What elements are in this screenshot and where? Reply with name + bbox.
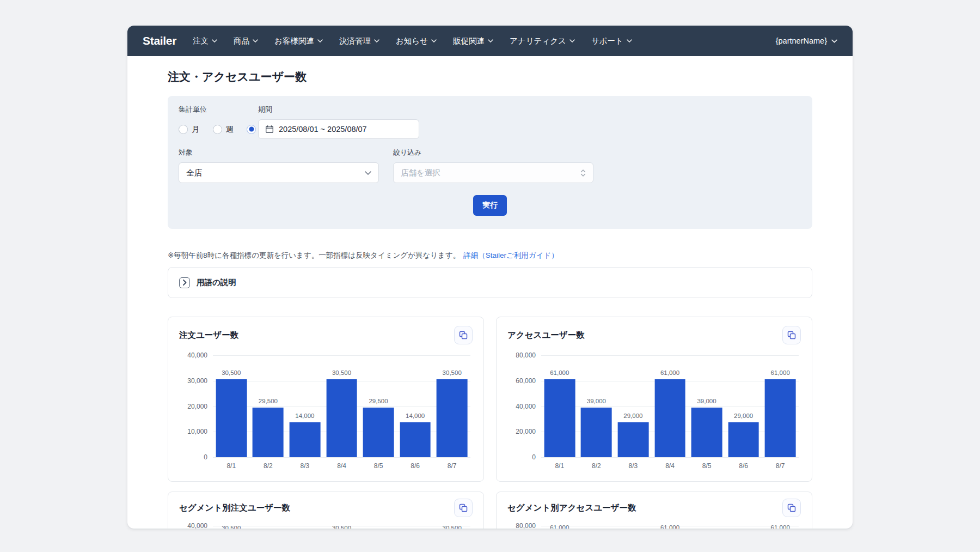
usage-guide-link[interactable]: 詳細（Stailerご利用ガイド）	[463, 251, 559, 259]
nav-item-label: サポート	[591, 36, 623, 46]
y-axis-tick: 10,000	[177, 428, 207, 435]
bar-value-label: 39,000	[697, 398, 716, 404]
bar	[326, 379, 357, 457]
bar	[363, 408, 394, 457]
bar-value-label: 30,500	[222, 369, 241, 376]
chevron-down-icon	[365, 171, 371, 175]
submit-row: 実行	[179, 195, 801, 216]
bar-value-label: 30,500	[332, 369, 351, 376]
card-title: セグメント別アクセスユーザー数	[507, 502, 636, 514]
nav-item-label: 販促関連	[453, 36, 485, 46]
copy-chart-button[interactable]	[782, 499, 801, 517]
x-axis-label: 8/2	[592, 462, 601, 470]
execute-button[interactable]: 実行	[473, 195, 507, 216]
bar	[400, 422, 431, 457]
bar-value-label: 29,000	[623, 413, 642, 419]
period-date-range-input[interactable]: 2025/08/01 ~ 2025/08/07	[258, 119, 419, 139]
unit-label: 集計単位	[179, 105, 244, 114]
radio-label: 週	[226, 124, 234, 135]
bar-value-label: 29,000	[734, 413, 753, 419]
nav-item-news[interactable]: お知らせ	[396, 36, 437, 46]
y-axis-tick: 20,000	[177, 403, 207, 410]
bar	[216, 379, 247, 457]
card-header: セグメント別注文ユーザー数	[179, 499, 473, 517]
gridline	[541, 355, 799, 356]
segment-order-users-chart: 40,00030,00020,00010,000030,5008/129,500…	[179, 526, 473, 529]
glossary-toggle[interactable]: 用語の説明	[168, 267, 812, 298]
x-axis-label: 8/4	[665, 462, 675, 470]
bar-value-label: 30,500	[443, 369, 462, 376]
order-users-card: 注文ユーザー数 40,00030,00020,00010,000030,5008…	[168, 317, 484, 482]
nav-item-customers[interactable]: お客様関連	[274, 36, 323, 46]
radio-label: 月	[192, 124, 200, 135]
nav-item-label: 注文	[193, 36, 209, 46]
x-axis-label: 8/4	[337, 462, 346, 470]
chart-plot: 80,00060,00040,00020,000061,0008/139,000…	[541, 355, 799, 457]
y-axis-tick: 20,000	[505, 428, 536, 435]
page-content: 注文・アクセスユーザー数 集計単位 月 週 日 期間 2025/08/01 ~ …	[127, 69, 853, 529]
target-label: 対象	[179, 148, 379, 157]
nav-menu: 注文 商品 お客様関連 決済管理 お知らせ 販促関連 アナリティクス サポート	[193, 36, 632, 46]
nav-item-label: アナリティクス	[510, 36, 566, 46]
access-users-chart: 80,00060,00040,00020,000061,0008/139,000…	[507, 355, 801, 475]
bar-value-label: 61,000	[550, 524, 569, 529]
nav-item-support[interactable]: サポート	[591, 36, 632, 46]
gridline	[541, 457, 799, 458]
radio-icon	[213, 125, 222, 134]
chevron-down-icon	[431, 39, 437, 43]
nav-item-payments[interactable]: 決済管理	[339, 36, 379, 46]
copy-icon	[787, 503, 797, 513]
chevron-down-icon	[317, 39, 323, 43]
bar	[290, 422, 321, 457]
unit-radio-group: 月 週 日	[179, 119, 244, 139]
target-field: 対象 全店	[179, 148, 379, 183]
radio-icon	[179, 125, 188, 134]
nav-item-promotions[interactable]: 販促関連	[453, 36, 493, 46]
unit-radio-week[interactable]: 週	[213, 124, 234, 135]
card-header: セグメント別アクセスユーザー数	[507, 499, 801, 517]
bar-value-label: 61,000	[660, 369, 679, 376]
x-axis-label: 8/1	[555, 462, 564, 470]
copy-chart-button[interactable]	[782, 326, 801, 344]
bar-value-label: 61,000	[771, 369, 790, 376]
chevron-down-icon	[569, 39, 575, 43]
bar-value-label: 14,000	[406, 413, 425, 419]
copy-chart-button[interactable]	[454, 326, 473, 344]
nav-item-products[interactable]: 商品	[234, 36, 258, 46]
y-axis-tick: 0	[505, 453, 536, 461]
bar-value-label: 29,500	[369, 398, 388, 404]
copy-icon	[458, 330, 468, 340]
period-label: 期間	[258, 105, 419, 114]
x-axis-label: 8/3	[301, 462, 310, 470]
refine-label: 絞り込み	[393, 148, 593, 157]
x-axis-label: 8/3	[629, 462, 638, 470]
nav-item-label: 決済管理	[339, 36, 371, 46]
bar	[544, 379, 575, 457]
bar	[437, 379, 468, 457]
bar-value-label: 29,500	[259, 398, 278, 404]
copy-icon	[787, 330, 797, 340]
bar-value-label: 30,500	[443, 525, 462, 529]
bar-value-label: 30,500	[222, 525, 241, 529]
refine-field: 絞り込み 店舗を選択	[393, 148, 593, 183]
filter-row-1: 集計単位 月 週 日 期間 2025/08/01 ~ 2025/08/07	[179, 105, 801, 139]
charts-row-bottom: セグメント別注文ユーザー数 40,00030,00020,00010,00003…	[168, 492, 812, 529]
nav-item-label: お知らせ	[396, 36, 428, 46]
unit-radio-month[interactable]: 月	[179, 124, 200, 135]
bar	[253, 408, 284, 457]
x-axis-label: 8/5	[374, 462, 383, 470]
order-users-chart: 40,00030,00020,00010,000030,5008/129,500…	[179, 355, 473, 475]
copy-chart-button[interactable]	[454, 499, 473, 517]
target-select[interactable]: 全店	[179, 162, 379, 183]
x-axis-label: 8/5	[702, 462, 712, 470]
app-window: Stailer 注文 商品 お客様関連 決済管理 お知らせ 販促関連 アナリティ…	[127, 26, 853, 529]
store-refine-select[interactable]: 店舗を選択	[393, 162, 593, 183]
nav-item-analytics[interactable]: アナリティクス	[510, 36, 575, 46]
nav-item-orders[interactable]: 注文	[193, 36, 217, 46]
nav-item-label: お客様関連	[274, 36, 314, 46]
partner-account-menu[interactable]: {partnerName}	[776, 37, 837, 45]
chart-plot: 80,00060,00040,00020,000061,0008/139,000…	[541, 526, 799, 529]
refine-placeholder: 店舗を選択	[401, 168, 440, 178]
boxed-chevron-right-icon	[179, 277, 190, 288]
x-axis-label: 8/7	[776, 462, 785, 470]
